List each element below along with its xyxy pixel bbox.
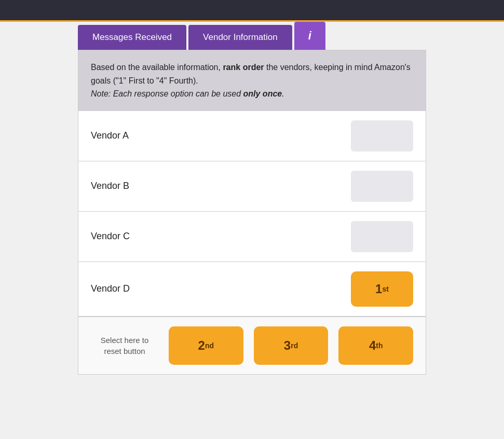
top-bar <box>0 0 504 22</box>
vendor-d-rank-button[interactable]: 1st <box>351 271 413 307</box>
reset-label: Select here to reset button <box>91 335 158 356</box>
vendor-row-d: Vendor D 1st <box>78 262 426 317</box>
bottom-row: Select here to reset button 2nd 3rd 4th <box>78 317 426 374</box>
tabs-row: Messages Received Vendor Information i <box>0 22 504 50</box>
tab-messages-received[interactable]: Messages Received <box>78 25 186 50</box>
vendor-row-b: Vendor B <box>78 161 426 212</box>
rank-3rd-button[interactable]: 3rd <box>254 326 329 365</box>
rank-4th-button[interactable]: 4th <box>338 326 413 365</box>
vendor-a-label: Vendor A <box>91 130 129 141</box>
vendor-c-rank-box[interactable] <box>351 221 413 252</box>
rank-2nd-button[interactable]: 2nd <box>169 326 243 365</box>
vendor-row-c: Vendor C <box>78 212 426 262</box>
vendor-a-rank-box[interactable] <box>351 120 413 152</box>
instruction-box: Based on the available information, rank… <box>78 50 426 111</box>
vendor-c-label: Vendor C <box>91 231 130 242</box>
vendor-d-label: Vendor D <box>91 283 130 294</box>
tab-info[interactable]: i <box>294 22 325 50</box>
vendor-b-rank-box[interactable] <box>351 171 413 202</box>
vendor-row-a: Vendor A <box>78 111 426 161</box>
tab-vendor-information[interactable]: Vendor Information <box>188 25 292 50</box>
main-container: Based on the available information, rank… <box>78 50 426 375</box>
vendor-b-label: Vendor B <box>91 181 129 191</box>
instruction-text: Based on the available information, rank… <box>91 63 411 98</box>
